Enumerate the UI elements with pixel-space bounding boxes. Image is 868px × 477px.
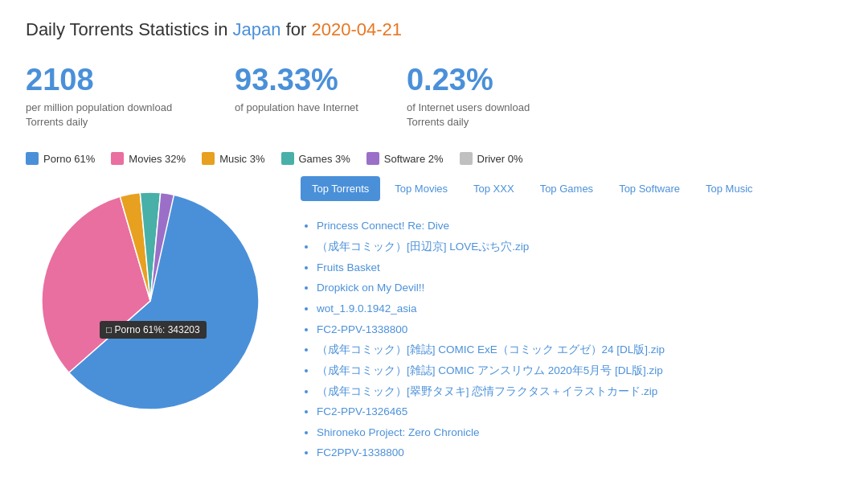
list-item[interactable]: （成年コミック）[翠野タヌキ] 恋情フラクタス＋イラストカード.zip — [317, 381, 842, 402]
torrent-link[interactable]: Dropkick on My Devil!! — [317, 282, 424, 294]
stat-value-downloads: 2108 — [26, 63, 186, 97]
legend-label-games: Games 3% — [299, 153, 350, 165]
main-content: Porno 61%: 343203 Top TorrentsTop Movies… — [26, 176, 842, 463]
tab-top-music[interactable]: Top Music — [694, 176, 764, 201]
legend-dot-driver — [460, 152, 473, 165]
page-title: Daily Torrents Statistics in Japan for 2… — [26, 19, 842, 40]
legend-row: Porno 61%Movies 32%Music 3%Games 3%Softw… — [26, 152, 842, 165]
pie-chart: Porno 61%: 343203 — [26, 176, 275, 426]
legend-item-software: Software 2% — [366, 152, 444, 165]
legend-item-porno: Porno 61% — [26, 152, 95, 165]
legend-item-driver: Driver 0% — [460, 152, 523, 165]
legend-item-movies: Movies 32% — [111, 152, 186, 165]
legend-label-driver: Driver 0% — [477, 153, 523, 165]
legend-item-music: Music 3% — [202, 152, 264, 165]
tab-top-movies[interactable]: Top Movies — [383, 176, 459, 201]
legend-item-games: Games 3% — [281, 152, 350, 165]
stat-torrent_users: 0.23%of Internet users download Torrents… — [407, 63, 567, 130]
tab-row: Top TorrentsTop MoviesTop XXXTop GamesTo… — [301, 176, 842, 201]
torrent-link[interactable]: （成年コミック）[雑誌] COMIC アンスリウム 2020年5月号 [DL版]… — [317, 364, 663, 376]
torrent-link[interactable]: FC2-PPV-1326465 — [317, 405, 407, 417]
torrent-link[interactable]: Shironeko Project: Zero Chronicle — [317, 426, 480, 438]
list-item[interactable]: （成年コミック）[雑誌] COMIC ExE（コミック エグゼ）24 [DL版]… — [317, 339, 842, 360]
list-item[interactable]: FC2-PPV-1326465 — [317, 401, 842, 422]
torrent-link[interactable]: FC2-PPV-1338800 — [317, 323, 407, 335]
list-item[interactable]: Dropkick on My Devil!! — [317, 278, 842, 298]
legend-dot-porno — [26, 152, 39, 165]
list-item[interactable]: Shironeko Project: Zero Chronicle — [317, 422, 842, 443]
list-item[interactable]: FC2PPV-1338800 — [317, 442, 842, 463]
list-item[interactable]: （成年コミック）[雑誌] COMIC アンスリウム 2020年5月号 [DL版]… — [317, 360, 842, 381]
tab-top-xxx[interactable]: Top XXX — [462, 176, 526, 201]
torrent-link[interactable]: （成年コミック）[雑誌] COMIC ExE（コミック エグゼ）24 [DL版]… — [317, 343, 665, 356]
torrent-link[interactable]: Fruits Basket — [317, 261, 380, 273]
torrent-list: Princess Connect! Re: Dive（成年コミック）[田辺京] … — [301, 216, 842, 463]
list-item[interactable]: Princess Connect! Re: Dive — [317, 216, 842, 236]
stat-value-internet: 93.33% — [235, 63, 358, 97]
torrent-link[interactable]: （成年コミック）[翠野タヌキ] 恋情フラクタス＋イラストカード.zip — [317, 385, 657, 397]
list-item[interactable]: wot_1.9.0.1942_asia — [317, 298, 842, 319]
legend-label-music: Music 3% — [219, 153, 264, 165]
stat-label-internet: of population have Internet — [235, 101, 358, 115]
legend-dot-music — [202, 152, 215, 165]
stat-value-torrent_users: 0.23% — [407, 63, 567, 97]
torrent-link[interactable]: FC2PPV-1338800 — [317, 446, 404, 458]
list-item[interactable]: FC2-PPV-1338800 — [317, 319, 842, 340]
tab-top-torrents[interactable]: Top Torrents — [301, 176, 380, 201]
tab-top-games[interactable]: Top Games — [529, 176, 604, 201]
tab-top-software[interactable]: Top Software — [608, 176, 691, 201]
torrent-link[interactable]: （成年コミック）[田辺京] LOVEぷち穴.zip — [317, 241, 529, 253]
list-item[interactable]: （成年コミック）[田辺京] LOVEぷち穴.zip — [317, 236, 842, 257]
right-panel: Top TorrentsTop MoviesTop XXXTop GamesTo… — [301, 176, 842, 463]
torrent-link[interactable]: Princess Connect! Re: Dive — [317, 220, 449, 232]
legend-dot-movies — [111, 152, 124, 165]
legend-label-movies: Movies 32% — [129, 153, 186, 165]
stats-row: 2108per million population download Torr… — [26, 63, 842, 130]
stat-label-downloads: per million population download Torrents… — [26, 101, 186, 130]
legend-label-porno: Porno 61% — [43, 153, 95, 165]
list-item[interactable]: Fruits Basket — [317, 257, 842, 278]
stat-downloads: 2108per million population download Torr… — [26, 63, 186, 130]
legend-dot-games — [281, 152, 294, 165]
legend-label-software: Software 2% — [384, 153, 444, 165]
legend-dot-software — [366, 152, 379, 165]
torrent-link[interactable]: wot_1.9.0.1942_asia — [317, 302, 417, 315]
stat-label-torrent_users: of Internet users download Torrents dail… — [407, 101, 567, 130]
stat-internet: 93.33%of population have Internet — [235, 63, 358, 130]
